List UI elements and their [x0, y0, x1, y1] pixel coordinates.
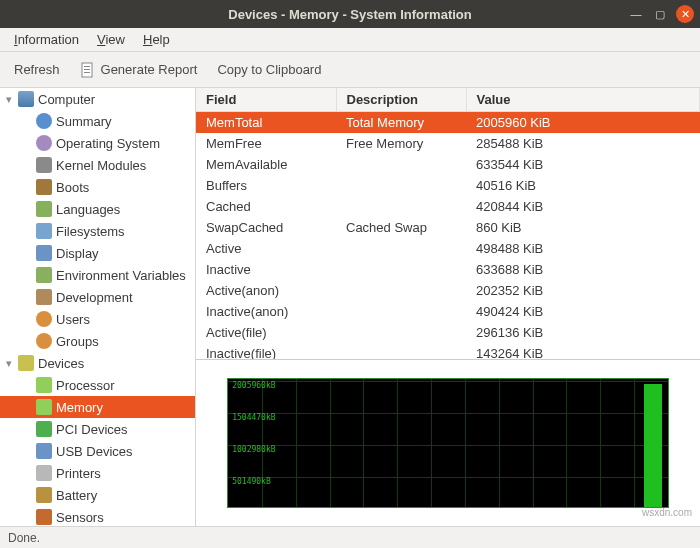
table-row[interactable]: Inactive633688 KiB	[196, 259, 700, 280]
axis-label: 1504470kB	[232, 413, 275, 422]
sidebar-item[interactable]: Display	[0, 242, 195, 264]
usb-devices-icon	[36, 443, 52, 459]
summary-icon	[36, 113, 52, 129]
tree-label: Languages	[56, 202, 120, 217]
minimize-button[interactable]: —	[628, 6, 644, 22]
sidebar-item[interactable]: Processor	[0, 374, 195, 396]
cell-field: Cached	[196, 196, 336, 217]
operating-system-icon	[36, 135, 52, 151]
tree-label: Processor	[56, 378, 115, 393]
expander-icon[interactable]: ▾	[4, 93, 14, 106]
svg-rect-2	[84, 69, 90, 70]
cell-field: Active(anon)	[196, 280, 336, 301]
cell-desc: Free Memory	[336, 133, 466, 154]
sidebar-item[interactable]: Boots	[0, 176, 195, 198]
titlebar: Devices - Memory - System Information — …	[0, 0, 700, 28]
window-title: Devices - Memory - System Information	[228, 7, 471, 22]
table-row[interactable]: MemFreeFree Memory285488 KiB	[196, 133, 700, 154]
sidebar-item[interactable]: USB Devices	[0, 440, 195, 462]
axis-label: 501490kB	[232, 477, 271, 486]
table-row[interactable]: Active498488 KiB	[196, 238, 700, 259]
sidebar-item[interactable]: Languages	[0, 198, 195, 220]
cell-field: Buffers	[196, 175, 336, 196]
sidebar-item[interactable]: Sensors	[0, 506, 195, 526]
sidebar-item[interactable]: PCI Devices	[0, 418, 195, 440]
cell-desc: Total Memory	[336, 112, 466, 133]
sidebar-item[interactable]: Environment Variables	[0, 264, 195, 286]
sidebar-item[interactable]: Summary	[0, 110, 195, 132]
processor-icon	[36, 377, 52, 393]
grid-line	[465, 379, 466, 507]
table-row[interactable]: Cached420844 KiB	[196, 196, 700, 217]
tree-label: Battery	[56, 488, 97, 503]
sidebar-item[interactable]: Groups	[0, 330, 195, 352]
grid-line	[566, 379, 567, 507]
header-field[interactable]: Field	[196, 88, 336, 112]
sidebar-item[interactable]: ▾Computer	[0, 88, 195, 110]
grid-line	[228, 381, 668, 382]
main-split: ▾ComputerSummaryOperating SystemKernel M…	[0, 88, 700, 526]
report-label: Generate Report	[101, 62, 198, 77]
cell-field: MemFree	[196, 133, 336, 154]
cell-field: Inactive(anon)	[196, 301, 336, 322]
cell-value: 420844 KiB	[466, 196, 700, 217]
cell-field: Inactive(file)	[196, 343, 336, 360]
header-description[interactable]: Description	[336, 88, 466, 112]
sidebar-item[interactable]: Printers	[0, 462, 195, 484]
table-row[interactable]: Buffers40516 KiB	[196, 175, 700, 196]
grid-line	[330, 379, 331, 507]
statusbar: Done.	[0, 526, 700, 548]
sidebar-item[interactable]: Users	[0, 308, 195, 330]
svg-rect-3	[84, 72, 90, 73]
filesystems-icon	[36, 223, 52, 239]
refresh-button[interactable]: Refresh	[8, 58, 66, 81]
tree-label: PCI Devices	[56, 422, 128, 437]
table-row[interactable]: Inactive(file)143264 KiB	[196, 343, 700, 360]
cell-field: Inactive	[196, 259, 336, 280]
table-row[interactable]: MemTotalTotal Memory2005960 KiB	[196, 112, 700, 133]
sidebar-item-selected[interactable]: Memory	[0, 396, 195, 418]
cell-desc	[336, 238, 466, 259]
refresh-label: Refresh	[14, 62, 60, 77]
sidebar-tree[interactable]: ▾ComputerSummaryOperating SystemKernel M…	[0, 88, 196, 526]
users-icon	[36, 311, 52, 327]
menu-information[interactable]: Information	[6, 30, 87, 49]
cell-value: 498488 KiB	[466, 238, 700, 259]
grid-line	[228, 445, 668, 446]
cell-value: 490424 KiB	[466, 301, 700, 322]
table-row[interactable]: Inactive(anon)490424 KiB	[196, 301, 700, 322]
copy-clipboard-button[interactable]: Copy to Clipboard	[211, 58, 327, 81]
memory-table-wrap[interactable]: Field Description Value MemTotalTotal Me…	[196, 88, 700, 360]
grid-line	[296, 379, 297, 507]
groups-icon	[36, 333, 52, 349]
cell-value: 296136 KiB	[466, 322, 700, 343]
tree-label: Kernel Modules	[56, 158, 146, 173]
svg-rect-1	[84, 66, 90, 67]
sidebar-item[interactable]: Battery	[0, 484, 195, 506]
cell-value: 202352 KiB	[466, 280, 700, 301]
sidebar-item[interactable]: Kernel Modules	[0, 154, 195, 176]
boots-icon	[36, 179, 52, 195]
tree-label: Filesystems	[56, 224, 125, 239]
maximize-button[interactable]: ▢	[652, 6, 668, 22]
tree-label: Display	[56, 246, 99, 261]
menu-help[interactable]: Help	[135, 30, 178, 49]
sidebar-item[interactable]: ▾Devices	[0, 352, 195, 374]
sidebar-item[interactable]: Development	[0, 286, 195, 308]
generate-report-button[interactable]: Generate Report	[74, 58, 204, 82]
tree-label: Development	[56, 290, 133, 305]
close-button[interactable]: ✕	[676, 5, 694, 23]
menu-view[interactable]: View	[89, 30, 133, 49]
expander-icon[interactable]: ▾	[4, 357, 14, 370]
table-row[interactable]: Active(file)296136 KiB	[196, 322, 700, 343]
sidebar-item[interactable]: Filesystems	[0, 220, 195, 242]
tree-label: Operating System	[56, 136, 160, 151]
table-row[interactable]: MemAvailable633544 KiB	[196, 154, 700, 175]
toolbar: Refresh Generate Report Copy to Clipboar…	[0, 52, 700, 88]
graph-panel: 2005960kB1504470kB1002980kB501490kB	[196, 360, 700, 526]
table-row[interactable]: Active(anon)202352 KiB	[196, 280, 700, 301]
sidebar-item[interactable]: Operating System	[0, 132, 195, 154]
header-value[interactable]: Value	[466, 88, 700, 112]
table-row[interactable]: SwapCachedCached Swap860 KiB	[196, 217, 700, 238]
cell-value: 860 KiB	[466, 217, 700, 238]
